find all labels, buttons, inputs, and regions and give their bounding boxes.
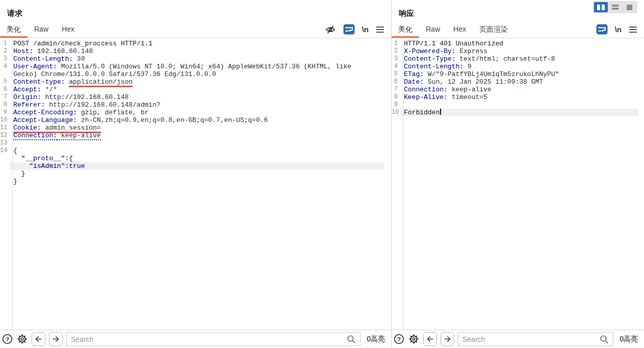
- response-editor[interactable]: 1HTTP/1.1 401 Unauthorized2X-Powered-By:…: [392, 38, 644, 330]
- line-content: Referer: http://192.168.60.148/admin?: [10, 101, 384, 109]
- editor-line: 13: [0, 139, 384, 147]
- line-content: Date: Sun, 12 Jan 2025 11:09:38 GMT: [400, 78, 639, 86]
- line-content: "__proto__":{: [10, 155, 384, 162]
- layout-split-rows-button[interactable]: [608, 2, 622, 12]
- line-content: HTTP/1.1 401 Unauthorized: [400, 40, 639, 47]
- svg-text:?: ?: [6, 336, 9, 342]
- tab-美化[interactable]: 美化: [0, 23, 28, 38]
- line-content: Origin: http://192.168.60.148: [10, 93, 384, 101]
- response-panel: 响应 美化RawHex页面渲染 \n 1HTTP/1.1 401 Unautho…: [391, 0, 644, 348]
- editor-line: 9Accept-Encoding: gzip, deflate, br: [0, 109, 384, 116]
- editor-line: 1POST /admin/check_proccess HTTP/1.1: [0, 40, 384, 47]
- search-input[interactable]: [462, 335, 600, 343]
- editor-line: 6Accept: */*: [0, 86, 384, 93]
- tab-Raw[interactable]: Raw: [28, 23, 55, 38]
- help-icon[interactable]: ?: [394, 334, 404, 344]
- line-number: 2: [0, 47, 10, 55]
- editor-line: 4Content-Length: 9: [392, 63, 639, 70]
- editor-line: 12Connection: keep-alive: [0, 132, 384, 139]
- menu-icon[interactable]: [629, 26, 637, 33]
- tab-页面渲染[interactable]: 页面渲染: [473, 23, 514, 38]
- newline-chars-icon[interactable]: \n: [362, 25, 369, 34]
- search-icon: [600, 335, 609, 344]
- search-input[interactable]: [71, 335, 347, 343]
- layout-split-columns-button[interactable]: [594, 2, 608, 12]
- layout-single-pane-button[interactable]: [623, 2, 636, 12]
- line-number: 8: [392, 93, 400, 101]
- editor-line: 6Date: Sun, 12 Jan 2025 11:09:38 GMT: [392, 78, 639, 86]
- line-number: [0, 162, 10, 170]
- response-title: 响应: [399, 9, 414, 18]
- line-number: 7: [0, 93, 10, 101]
- response-tabs: 美化RawHex页面渲染: [392, 23, 514, 38]
- editor-line: 5Content-type: application/json: [0, 78, 384, 86]
- line-content: ETag: W/"9-PatfYBLj4Um1qTm5zrukoLhNyPU": [400, 70, 639, 78]
- request-title: 请求: [7, 9, 22, 18]
- editor-line: 7Origin: http://192.168.60.148: [0, 93, 384, 101]
- line-content: User-Agent: Mozilla/5.0 (Windows NT 10.0…: [10, 63, 384, 70]
- tab-Raw[interactable]: Raw: [419, 23, 447, 38]
- line-content: Cookie: admin_session=: [10, 124, 384, 132]
- search-prev-button[interactable]: [423, 332, 437, 346]
- line-number: 4: [0, 63, 10, 70]
- line-content: Connection: keep-alive: [10, 132, 384, 139]
- settings-gear-icon[interactable]: [408, 333, 420, 345]
- editor-line: 10Accept-Language: zh-CN,zh;q=0.9,en;q=0…: [0, 116, 384, 124]
- line-content: [10, 139, 384, 147]
- text-cursor: [440, 109, 441, 115]
- line-content: Forbidden: [400, 109, 639, 116]
- line-content: Accept-Encoding: gzip, deflate, br: [10, 109, 384, 116]
- line-number: 1: [0, 40, 10, 47]
- word-wrap-icon[interactable]: [596, 24, 608, 35]
- highlight-count: 0高亮: [367, 335, 385, 344]
- line-number: [0, 170, 10, 178]
- line-number: 5: [0, 78, 10, 86]
- editor-line: 2Host: 192.168.60.148: [0, 47, 384, 55]
- editor-line: 3Content-Length: 30: [0, 55, 384, 63]
- highlight-count: 0高亮: [620, 335, 638, 344]
- editor-line: 10Forbidden: [392, 109, 639, 116]
- hide-eye-off-icon[interactable]: [325, 24, 336, 35]
- editor-line: 8Referer: http://192.168.60.148/admin?: [0, 101, 384, 109]
- editor-line: "isAdmin":true: [0, 162, 384, 170]
- request-editor[interactable]: 1POST /admin/check_proccess HTTP/1.12Hos…: [0, 38, 391, 330]
- request-toolbar: \n: [325, 24, 384, 35]
- line-content: Gecko) Chrome/131.0.0.0 Safari/537.36 Ed…: [10, 70, 384, 78]
- line-content: }: [10, 170, 384, 178]
- line-content: POST /admin/check_proccess HTTP/1.1: [10, 40, 384, 47]
- line-number: [0, 70, 10, 78]
- settings-gear-icon[interactable]: [16, 333, 28, 345]
- line-number: 2: [392, 47, 400, 55]
- line-number: 6: [0, 86, 10, 93]
- line-content: X-Powered-By: Express: [400, 47, 639, 55]
- newline-chars-icon[interactable]: \n: [615, 25, 622, 34]
- line-content: "isAdmin":true: [10, 162, 384, 170]
- line-number: 11: [0, 124, 10, 132]
- request-search-box: [66, 332, 360, 346]
- line-content: [400, 101, 639, 109]
- tab-Hex[interactable]: Hex: [447, 23, 473, 38]
- editor-line: 9: [392, 101, 639, 109]
- line-number: 9: [0, 109, 10, 116]
- tab-Hex[interactable]: Hex: [55, 23, 81, 38]
- help-icon[interactable]: ?: [2, 334, 13, 344]
- search-prev-button[interactable]: [32, 332, 45, 346]
- line-content: Content-Length: 30: [10, 55, 384, 63]
- search-next-button[interactable]: [441, 332, 454, 346]
- search-next-button[interactable]: [49, 332, 63, 346]
- request-panel: 请求 美化RawHex \n 1POST /admin/check_procce…: [0, 0, 391, 348]
- request-bottom-bar: ? 0高亮: [0, 330, 391, 348]
- tab-美化[interactable]: 美化: [392, 23, 419, 38]
- menu-icon[interactable]: [376, 26, 384, 33]
- line-number: [0, 178, 10, 185]
- line-number: 4: [392, 63, 400, 70]
- response-bottom-bar: ? 0高亮: [392, 330, 644, 348]
- word-wrap-icon[interactable]: [343, 24, 355, 35]
- editor-line: }: [0, 170, 384, 178]
- line-content: {: [10, 147, 384, 155]
- columns-icon: [597, 5, 600, 10]
- line-content: Content-Length: 9: [400, 63, 639, 70]
- editor-line: 4User-Agent: Mozilla/5.0 (Windows NT 10.…: [0, 63, 384, 70]
- response-toolbar: \n: [596, 24, 637, 35]
- line-content: Accept: */*: [10, 86, 384, 93]
